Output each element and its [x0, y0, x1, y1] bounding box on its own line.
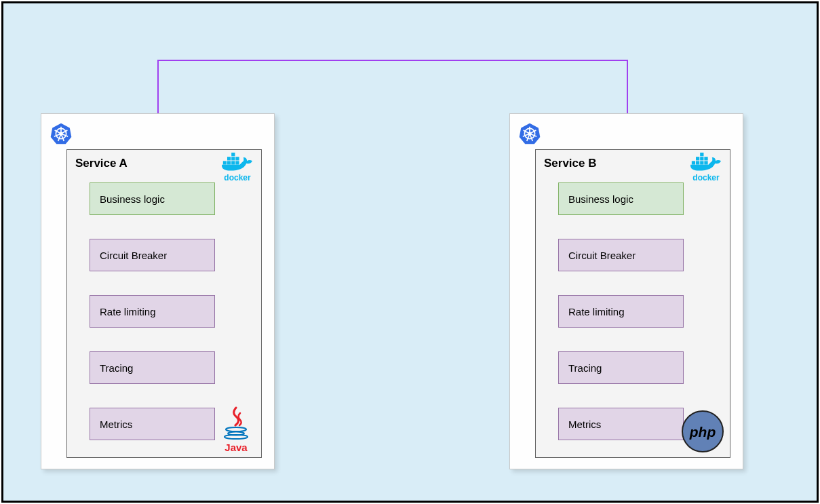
box-business-logic: Business logic — [90, 182, 215, 215]
box-business-logic: Business logic — [558, 182, 684, 215]
box-tracing: Tracing — [90, 351, 215, 384]
svg-rect-13 — [235, 161, 239, 164]
svg-point-18 — [226, 427, 246, 431]
box-rate-limiting: Rate limiting — [90, 295, 215, 328]
svg-rect-31 — [692, 161, 695, 164]
svg-text:php: php — [689, 424, 716, 440]
svg-rect-15 — [231, 157, 235, 160]
pod-service-a: Service A docker Business logic Circuit … — [41, 113, 275, 469]
svg-point-20 — [224, 435, 248, 439]
box-tracing: Tracing — [558, 351, 684, 384]
service-b-title: Service B — [544, 157, 597, 170]
java-icon: Java — [216, 406, 256, 453]
kubernetes-icon — [518, 122, 541, 145]
svg-rect-11 — [227, 161, 231, 164]
box-circuit-breaker: Circuit Breaker — [558, 239, 684, 271]
svg-rect-17 — [231, 153, 235, 156]
box-rate-limiting: Rate limiting — [558, 295, 684, 328]
php-icon: php — [681, 410, 724, 453]
service-a-title: Service A — [75, 157, 128, 170]
svg-rect-34 — [704, 161, 707, 164]
svg-rect-10 — [223, 161, 227, 164]
svg-rect-38 — [700, 153, 703, 156]
svg-rect-33 — [700, 161, 703, 164]
docker-icon: docker — [218, 153, 257, 182]
pod-service-b: Service B docker Business logic Circuit … — [509, 113, 743, 469]
svg-rect-35 — [696, 157, 699, 160]
svg-rect-12 — [231, 161, 235, 164]
svg-rect-14 — [227, 157, 231, 160]
svg-point-30 — [528, 132, 531, 135]
svg-rect-36 — [700, 157, 703, 160]
docker-icon: docker — [686, 153, 726, 182]
svg-rect-16 — [235, 157, 239, 160]
svg-rect-37 — [704, 157, 707, 160]
diagram-canvas: Service A docker Business logic Circuit … — [1, 1, 819, 503]
kubernetes-icon — [50, 122, 73, 145]
service-a-container: Service A docker Business logic Circuit … — [66, 149, 262, 458]
box-metrics: Metrics — [90, 408, 215, 440]
box-metrics: Metrics — [558, 408, 684, 440]
svg-point-9 — [59, 132, 62, 135]
svg-rect-32 — [696, 161, 699, 164]
service-b-container: Service B docker Business logic Circuit … — [535, 149, 730, 458]
box-circuit-breaker: Circuit Breaker — [90, 239, 215, 271]
